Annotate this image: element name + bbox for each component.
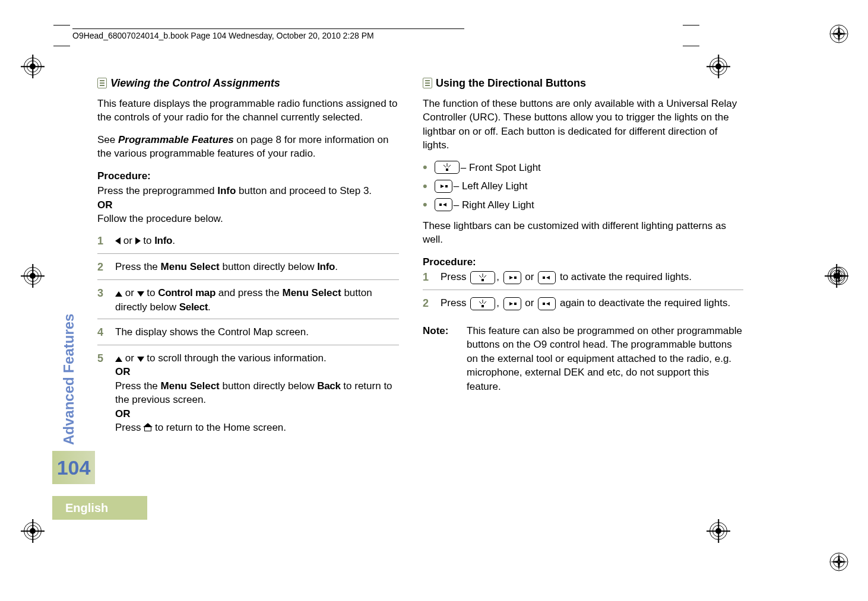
book-header: O9Head_68007024014_b.book Page 104 Wedne…	[72, 28, 464, 40]
paragraph: See Programmable Features on page 8 for …	[97, 133, 399, 161]
svg-marker-3	[839, 33, 848, 35]
step-number: 1	[423, 270, 441, 285]
svg-marker-8	[838, 267, 840, 276]
key-right-alley	[538, 297, 556, 310]
procedure-label: Procedure:	[423, 255, 743, 269]
registration-mark-topright	[709, 58, 727, 75]
svg-rect-22	[445, 185, 448, 187]
crop-line	[683, 25, 699, 26]
svg-rect-24	[439, 203, 442, 206]
svg-rect-40	[543, 303, 545, 305]
key-left-alley	[435, 180, 452, 193]
step-number: 3	[97, 286, 115, 314]
svg-line-29	[484, 275, 486, 278]
nav-down-icon	[137, 357, 144, 362]
left-column: Viewing the Control Assignments This fea…	[97, 76, 399, 446]
menu-label: Back	[317, 380, 340, 392]
svg-line-37	[484, 301, 486, 304]
svg-line-36	[479, 301, 481, 304]
registration-mark-left	[24, 58, 42, 75]
svg-rect-30	[514, 276, 517, 279]
registration-mark-midleft	[24, 267, 42, 285]
bullet-icon: •	[423, 180, 427, 193]
menu-label: Info	[154, 235, 172, 246]
section-heading-row: Viewing the Control Assignments	[97, 76, 399, 91]
svg-line-20	[443, 165, 446, 167]
bullet-icon: •	[423, 161, 427, 174]
home-icon	[144, 424, 152, 431]
svg-rect-34	[481, 305, 484, 307]
bullet-item: • – Right Alley Light	[423, 198, 743, 212]
svg-marker-2	[838, 25, 840, 34]
or-label: OR	[115, 366, 131, 377]
bullet-text: – Front Spot Light	[461, 161, 541, 174]
step-number: 2	[423, 296, 441, 311]
nav-down-icon	[137, 291, 144, 297]
note-text: This feature can also be programmed on o…	[467, 324, 743, 393]
registration-mark-botright	[709, 522, 727, 540]
key-left-alley	[503, 271, 521, 284]
crop-line	[53, 46, 70, 46]
bullet-list: • – Front Spot Light • – Left Alley Ligh…	[423, 161, 743, 212]
procedure-step: 4 The display shows the Control Map scre…	[97, 325, 399, 345]
nav-up-icon	[115, 291, 122, 297]
or-label: OR	[97, 198, 399, 212]
menu-label: Info	[317, 261, 335, 272]
note-block: Note: This feature can also be programme…	[423, 324, 743, 393]
svg-marker-25	[443, 203, 446, 206]
svg-marker-5	[830, 33, 839, 35]
bullet-item: • – Left Alley Light	[423, 179, 743, 193]
svg-rect-26	[481, 279, 484, 281]
key-left-alley	[503, 297, 521, 310]
key-right-alley	[538, 271, 556, 284]
note-icon	[423, 78, 432, 88]
bullet-item: • – Front Spot Light	[423, 161, 743, 174]
right-column: Using the Directional Buttons The functi…	[423, 76, 743, 393]
paragraph: These lightbars can be customized with d…	[423, 219, 743, 247]
key-front-spot	[435, 161, 460, 174]
side-tab: Advanced Features	[61, 273, 80, 445]
svg-rect-32	[543, 276, 545, 279]
step-number: 1	[97, 234, 115, 249]
crop-line	[53, 25, 70, 26]
svg-rect-38	[514, 303, 517, 305]
step-text: The display shows the Control Map screen…	[115, 325, 399, 340]
paragraph: This feature displays the programmable r…	[97, 97, 399, 125]
svg-marker-11	[830, 275, 839, 277]
star-mark-mid	[829, 266, 849, 286]
bullet-icon: •	[423, 198, 427, 211]
side-tab-label: Advanced Features	[61, 273, 77, 445]
svg-line-21	[448, 165, 451, 167]
svg-rect-18	[446, 168, 448, 171]
section-heading: Viewing the Control Assignments	[110, 76, 280, 91]
language-label: English	[52, 496, 147, 520]
procedure-step: 2 Press the Menu Select button directly …	[97, 260, 399, 280]
section-heading: Using the Directional Buttons	[436, 76, 586, 91]
procedure-step: 1 Press , or to activate the required li…	[423, 270, 743, 290]
star-mark-top	[829, 24, 849, 44]
svg-marker-39	[509, 302, 513, 306]
svg-marker-41	[546, 302, 550, 306]
step-number: 5	[97, 351, 115, 435]
procedure-list: 1 Press , or to activate the required li…	[423, 270, 743, 316]
bullet-text: – Left Alley Light	[454, 179, 528, 193]
svg-marker-15	[839, 561, 848, 563]
svg-marker-10	[838, 276, 840, 285]
step-number: 2	[97, 260, 115, 275]
book-header-text: O9Head_68007024014_b.book Page 104 Wedne…	[72, 31, 374, 40]
note-label: Note:	[423, 324, 467, 393]
section-heading-row: Using the Directional Buttons	[423, 76, 743, 91]
key-front-spot	[470, 271, 495, 284]
svg-marker-14	[838, 553, 840, 562]
menu-label: Select	[179, 301, 208, 313]
key-front-spot	[470, 297, 495, 310]
svg-line-28	[479, 275, 481, 278]
procedure-step: 5 or to scroll through the various infor…	[97, 351, 399, 440]
svg-marker-31	[509, 276, 513, 279]
nav-right-icon	[135, 237, 141, 244]
page-number: 104	[52, 451, 95, 484]
step-number: 4	[97, 325, 115, 340]
svg-marker-16	[838, 562, 840, 571]
svg-marker-9	[839, 275, 848, 277]
procedure-step: 1 or to Info.	[97, 234, 399, 254]
